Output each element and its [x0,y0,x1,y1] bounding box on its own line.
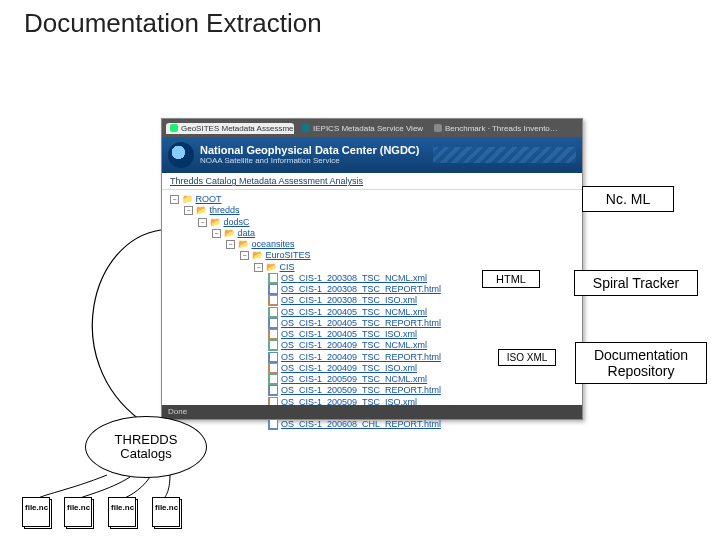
file-nc-icon: file.nc [152,497,180,527]
thredds-catalogs-cloud: THREDDS Catalogs [85,416,207,478]
file-nc-icon: file.nc [22,497,50,527]
cloud-line2: Catalogs [120,446,171,461]
banner-wave-icon [433,147,576,163]
noaa-logo-icon [168,142,194,168]
label-html: HTML [482,270,540,288]
browser-window: GeoSITES Metadata Assessme… IEPICS Metad… [161,118,583,420]
label-iso-xml: ISO XML [498,349,556,366]
file-stack: file.nc [64,497,92,527]
file-stack: file.nc [152,497,180,527]
tab-label: IEPICS Metadata Service View [313,124,423,133]
page-subtitle: Thredds Catalog Metadata Assessment Anal… [162,173,582,190]
page-title: Documentation Extraction [24,8,322,39]
banner-subtitle: NOAA Satellite and Information Service [200,156,419,165]
browser-tab[interactable]: Benchmark · Threads Invento… [430,123,558,134]
label-spiral-tracker: Spiral Tracker [574,270,698,296]
favicon-icon [434,124,442,132]
tab-label: GeoSITES Metadata Assessme… [181,124,294,133]
browser-statusbar: Done [162,405,582,419]
browser-tab[interactable]: IEPICS Metadata Service View [298,123,426,134]
file-nc-icon: file.nc [108,497,136,527]
file-stack: file.nc [22,497,50,527]
label-ncml: Nc. ML [582,186,674,212]
tab-label: Benchmark · Threads Invento… [445,124,558,133]
catalog-tree: −📁 ROOT−📂 thredds−📂 dodsC−📂 data−📂 ocean… [162,190,582,430]
browser-tab[interactable]: GeoSITES Metadata Assessme… [166,123,294,134]
favicon-icon [170,124,178,132]
site-banner: National Geophysical Data Center (NGDC) … [162,137,582,173]
file-nc-icon: file.nc [64,497,92,527]
browser-tabbar: GeoSITES Metadata Assessme… IEPICS Metad… [162,119,582,137]
banner-title: National Geophysical Data Center (NGDC) [200,145,419,156]
file-stack: file.nc [108,497,136,527]
favicon-icon [302,124,310,132]
label-documentation-repository: Documentation Repository [575,342,707,384]
cloud-line1: THREDDS [115,432,178,447]
